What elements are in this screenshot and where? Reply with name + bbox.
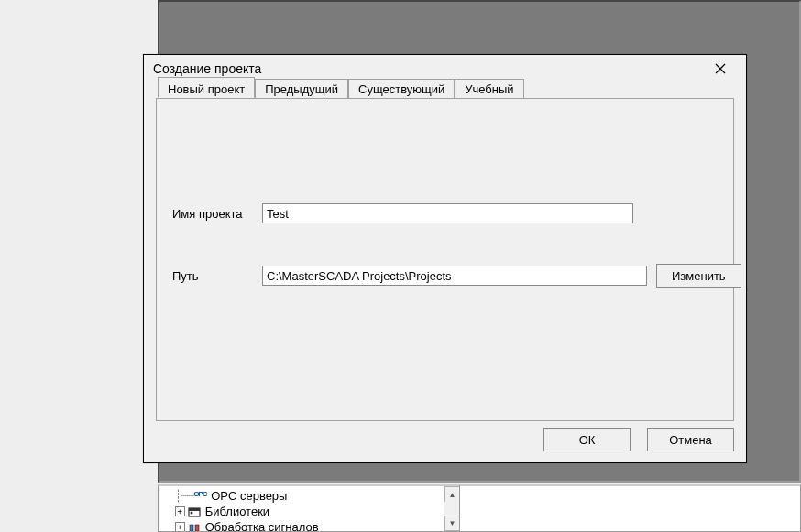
tree-connector (162, 505, 175, 518)
tree-item-label: Библиотеки (205, 505, 269, 518)
tree-row[interactable]: ┊┈┈ OPC OPC серверы (162, 488, 455, 504)
svg-rect-3 (189, 508, 200, 511)
tree-connector (162, 520, 175, 532)
close-button[interactable] (702, 58, 739, 80)
input-path[interactable] (262, 266, 647, 286)
tab-new-project[interactable]: Новый проект (158, 77, 255, 98)
tab-previous[interactable]: Предыдущий (255, 79, 348, 98)
scroll-down-button[interactable]: ▼ (444, 516, 460, 531)
tree-expander[interactable]: + (175, 506, 185, 516)
scroll-up-button[interactable]: ▲ (444, 486, 460, 502)
svg-point-4 (190, 511, 192, 514)
tab-panel: Имя проекта Путь Изменить (156, 98, 734, 421)
tab-existing[interactable]: Существующий (348, 79, 455, 98)
tab-tutorial[interactable]: Учебный (455, 79, 523, 98)
row-path: Путь Изменить (172, 264, 741, 288)
ok-button[interactable]: ОК (543, 428, 631, 451)
library-icon (188, 505, 203, 518)
scroll-track[interactable] (444, 502, 459, 516)
tree-row[interactable]: + Обработка сигналов (162, 519, 455, 532)
close-icon (715, 63, 726, 74)
change-path-button[interactable]: Изменить (656, 264, 741, 288)
label-project-name: Имя проекта (172, 207, 262, 221)
tree-row[interactable]: + Библиотеки (162, 504, 455, 519)
tabstrip: Новый проект Предыдущий Существующий Уче… (158, 79, 524, 99)
bottom-panels: ┊┈┈ OPC OPC серверы + Библиотеки + Обраб… (158, 484, 801, 532)
tree-panel: ┊┈┈ OPC OPC серверы + Библиотеки + Обраб… (158, 484, 460, 532)
tree-expander[interactable]: + (175, 522, 185, 532)
right-bottom-panel (460, 484, 801, 532)
input-project-name[interactable] (262, 203, 633, 223)
tree-scrollbar[interactable]: ▲ ▼ (444, 486, 459, 531)
dialog-buttons: ОК Отмена (543, 428, 734, 451)
tree-item-label: Обработка сигналов (205, 520, 319, 532)
cancel-button[interactable]: Отмена (647, 428, 734, 451)
label-path: Путь (172, 269, 262, 283)
svg-rect-5 (190, 525, 193, 531)
dialog-title: Создание проекта (153, 61, 261, 76)
svg-rect-6 (195, 525, 199, 531)
tree-item-label: OPC серверы (211, 489, 287, 503)
signals-icon (188, 521, 203, 533)
row-project-name: Имя проекта (172, 203, 633, 223)
tree-content: ┊┈┈ OPC OPC серверы + Библиотеки + Обраб… (159, 486, 459, 532)
tree-connector: ┊┈┈ (162, 489, 193, 503)
opc-icon: OPC (193, 490, 208, 503)
create-project-dialog: Создание проекта Новый проект Предыдущий… (143, 54, 747, 463)
